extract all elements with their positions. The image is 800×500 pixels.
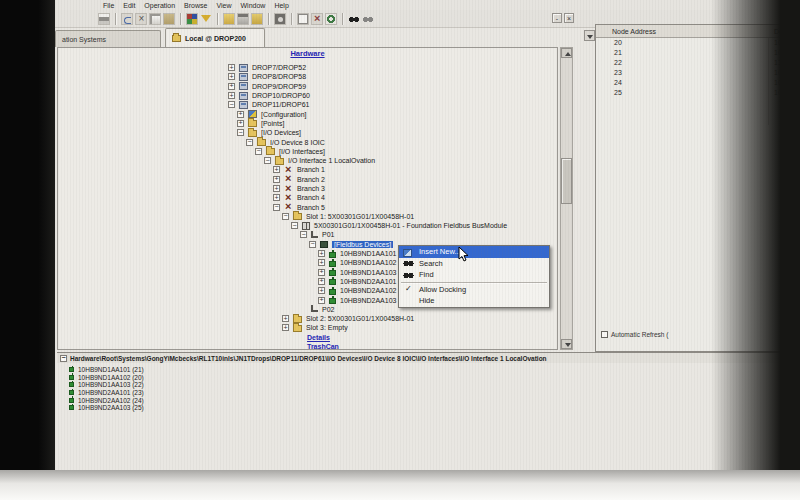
scrollbar-up-arrow[interactable] bbox=[561, 48, 572, 58]
expand-icon[interactable] bbox=[318, 269, 325, 276]
tree-item-branch-1[interactable]: Branch 1 bbox=[58, 165, 557, 174]
tree-item-drop10[interactable]: DROP10/DROP60 bbox=[58, 91, 557, 100]
menu-view[interactable]: View bbox=[216, 2, 231, 9]
camera-icon[interactable] bbox=[274, 13, 286, 25]
expand-icon[interactable] bbox=[273, 194, 280, 201]
expand-icon[interactable] bbox=[237, 111, 244, 118]
list-item[interactable]: 10HB9ND2AA103 (25) bbox=[57, 404, 798, 412]
scroll-up-button[interactable] bbox=[584, 30, 595, 41]
menu-window[interactable]: Window bbox=[240, 2, 265, 9]
menu-item-find[interactable]: Find bbox=[399, 269, 549, 281]
tree-item-branch-4[interactable]: Branch 4 bbox=[58, 193, 557, 202]
expand-icon[interactable] bbox=[273, 185, 280, 192]
tab-local-drop200[interactable]: Local @ DROP200 bbox=[165, 28, 265, 47]
save-icon[interactable] bbox=[237, 13, 249, 25]
scrollbar-down-arrow[interactable] bbox=[561, 339, 572, 349]
tree-item-drop11[interactable]: DROP11/DROP61 bbox=[58, 100, 557, 109]
expand-icon[interactable] bbox=[282, 315, 289, 322]
node-address-cell: 23 bbox=[614, 69, 622, 76]
print-icon[interactable] bbox=[98, 13, 110, 25]
expand-icon[interactable] bbox=[237, 120, 244, 127]
collapse-icon[interactable] bbox=[309, 241, 316, 248]
tree-scrollbar[interactable] bbox=[560, 47, 573, 350]
collapse-icon[interactable] bbox=[300, 231, 307, 238]
folder-icon[interactable] bbox=[251, 13, 263, 25]
tree-item-io-interface-1[interactable]: I/O Interface 1 LocalOvation bbox=[58, 156, 557, 165]
scrollbar-thumb[interactable] bbox=[561, 158, 572, 204]
expand-icon[interactable] bbox=[318, 297, 325, 304]
tree-item-points[interactable]: [Points] bbox=[58, 119, 557, 128]
automatic-refresh-checkbox[interactable] bbox=[601, 331, 608, 338]
expand-icon[interactable] bbox=[318, 250, 325, 257]
expand-icon[interactable] bbox=[273, 176, 280, 183]
collapse-icon[interactable] bbox=[273, 204, 280, 211]
trashcan-link[interactable]: TrashCan bbox=[58, 342, 557, 350]
expand-icon[interactable] bbox=[282, 324, 289, 331]
tree-item-slot-1[interactable]: Slot 1: 5X00301G01/1X00458H-01 bbox=[58, 212, 557, 221]
tree-item-io-interfaces[interactable]: [I/O Interfaces] bbox=[58, 147, 557, 156]
refresh-icon[interactable] bbox=[325, 13, 337, 25]
menu-file[interactable]: File bbox=[103, 2, 114, 9]
palette-icon[interactable] bbox=[186, 13, 198, 25]
tree-item-configuration[interactable]: [Configuration] bbox=[58, 109, 557, 118]
tree-item-branch-5[interactable]: Branch 5 bbox=[58, 202, 557, 211]
collapse-icon[interactable] bbox=[237, 129, 244, 136]
tree-item-slot-2[interactable]: Slot 2: 5X00301G01/1X00458H-01 bbox=[58, 314, 557, 323]
column-node-address[interactable]: Node Address bbox=[612, 28, 656, 35]
list-item[interactable]: 10HB9ND2AA101 (23) bbox=[57, 389, 798, 397]
menu-item-allow-docking[interactable]: Allow Docking bbox=[399, 284, 549, 296]
open-icon[interactable] bbox=[223, 13, 235, 25]
menu-browse[interactable]: Browse bbox=[184, 2, 207, 9]
expand-icon[interactable] bbox=[318, 287, 325, 294]
collapse-icon[interactable] bbox=[246, 139, 253, 146]
expand-icon[interactable] bbox=[228, 83, 235, 90]
select-icon[interactable] bbox=[297, 13, 309, 25]
collapse-icon[interactable] bbox=[282, 213, 289, 220]
tree-item-ff-busmodule[interactable]: 5X00301G01/1X00458H-01 - Foundation Fiel… bbox=[58, 221, 557, 230]
expand-icon[interactable] bbox=[318, 259, 325, 266]
close-button[interactable]: × bbox=[564, 13, 574, 23]
menu-item-insert-new[interactable]: Insert New... bbox=[399, 246, 549, 258]
expand-icon[interactable] bbox=[228, 64, 235, 71]
tree-item-p01[interactable]: P01 bbox=[58, 230, 557, 239]
collapse-icon[interactable] bbox=[228, 101, 235, 108]
menu-item-hide[interactable]: Hide bbox=[399, 295, 549, 307]
collapse-icon[interactable] bbox=[255, 148, 262, 155]
menu-item-search[interactable]: Search bbox=[399, 258, 549, 270]
transmitter-icon bbox=[69, 398, 74, 403]
delete-icon[interactable] bbox=[311, 13, 323, 25]
tree-item-branch-2[interactable]: Branch 2 bbox=[58, 175, 557, 184]
list-item[interactable]: 10HB9ND1AA102 (20) bbox=[57, 374, 798, 382]
tree-item-drop7[interactable]: DROP7/DROP52 bbox=[58, 63, 557, 72]
details-link[interactable]: Details bbox=[58, 333, 557, 342]
collapse-icon[interactable] bbox=[264, 157, 271, 164]
filter-icon[interactable] bbox=[200, 13, 212, 25]
tree-item-branch-3[interactable]: Branch 3 bbox=[58, 184, 557, 193]
menu-edit[interactable]: Edit bbox=[123, 2, 135, 9]
undo-icon[interactable] bbox=[121, 13, 133, 25]
collapse-icon[interactable] bbox=[291, 222, 298, 229]
tree-item-io-devices[interactable]: [I/O Devices] bbox=[58, 128, 557, 137]
cut-icon[interactable] bbox=[135, 13, 147, 25]
pane-title-hardware[interactable]: Hardware bbox=[58, 49, 557, 58]
copy-icon[interactable] bbox=[149, 13, 161, 25]
tree-item-slot-3[interactable]: Slot 3: Empty bbox=[58, 323, 557, 332]
expand-icon[interactable] bbox=[228, 92, 235, 99]
collapse-icon[interactable] bbox=[60, 355, 67, 362]
expand-icon[interactable] bbox=[273, 166, 280, 173]
menu-operation[interactable]: Operation bbox=[144, 2, 175, 9]
search-binoculars-icon[interactable] bbox=[362, 13, 374, 25]
expand-icon[interactable] bbox=[318, 278, 325, 285]
paste-icon[interactable] bbox=[163, 13, 175, 25]
list-item[interactable]: 10HB9ND1AA101 (21) bbox=[57, 366, 798, 374]
tree-item-drop8[interactable]: DROP8/DROP58 bbox=[58, 72, 557, 81]
expand-icon[interactable] bbox=[228, 73, 235, 80]
list-item[interactable]: 10HB9ND1AA103 (22) bbox=[57, 381, 798, 389]
list-item[interactable]: 10HB9ND2AA102 (24) bbox=[57, 396, 798, 404]
menu-help[interactable]: Help bbox=[274, 2, 288, 9]
tab-systems[interactable]: ation Systems bbox=[55, 30, 161, 47]
find-binoculars-icon[interactable] bbox=[348, 13, 360, 25]
minimize-button[interactable]: - bbox=[552, 13, 562, 23]
tree-item-drop9[interactable]: DROP9/DROP59 bbox=[58, 82, 557, 91]
tree-item-io-device-8[interactable]: I/O Device 8 IOIC bbox=[58, 137, 557, 146]
